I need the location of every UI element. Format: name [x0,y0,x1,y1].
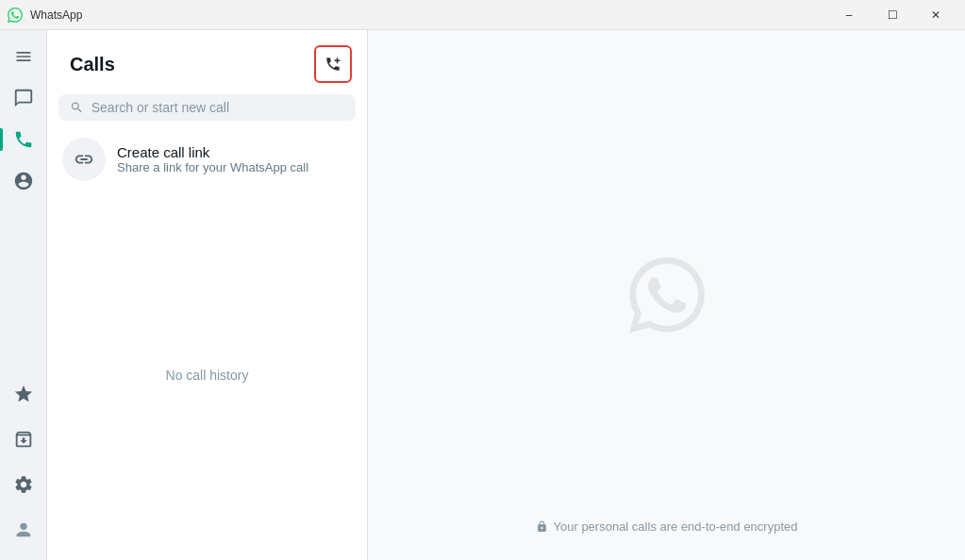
search-input[interactable] [92,100,344,115]
search-bar[interactable] [58,94,356,121]
encrypted-text: Your personal calls are end-to-end encry… [554,519,798,534]
sidebar-nav-bottom [5,375,42,560]
sidebar-item-settings[interactable] [5,466,42,503]
app-body: Calls Create call link [0,30,965,560]
sidebar-item-chat[interactable] [5,79,42,117]
menu-icon [14,47,33,66]
whatsapp-watermark [629,257,705,333]
phone-plus-icon [324,56,341,73]
encrypted-notice: Your personal calls are end-to-end encry… [536,519,798,534]
sidebar-item-profile[interactable] [5,511,42,549]
no-call-history: No call history [47,190,367,560]
call-link-info: Create call link Share a link for your W… [117,144,308,174]
title-bar-left: WhatsApp [8,8,82,23]
svg-point-0 [20,523,26,530]
link-icon [74,149,94,170]
close-button[interactable]: ✕ [914,0,957,30]
create-call-link-item[interactable]: Create call link Share a link for your W… [47,128,367,190]
window-controls: – ☐ ✕ [827,0,957,30]
status-icon [13,171,34,191]
sidebar-item-starred[interactable] [5,375,42,413]
page-title: Calls [70,54,115,75]
call-link-title: Create call link [117,144,308,160]
whatsapp-logo-icon [8,8,23,23]
search-icon [70,100,84,115]
calls-icon [13,129,34,150]
sidebar-item-menu[interactable] [5,38,42,75]
profile-icon [13,519,34,540]
call-link-icon [62,138,106,181]
new-call-button[interactable] [314,45,352,83]
maximize-button[interactable]: ☐ [871,0,914,30]
left-panel-header: Calls [47,30,367,91]
sidebar-item-status[interactable] [5,162,42,200]
app-title: WhatsApp [30,8,82,22]
sidebar-item-archived[interactable] [5,420,42,458]
archive-icon [13,429,34,450]
settings-icon [13,474,34,495]
sidebar-item-calls[interactable] [5,121,42,158]
minimize-button[interactable]: – [827,0,871,30]
lock-icon [536,520,548,533]
title-bar: WhatsApp – ☐ ✕ [0,0,965,30]
left-panel: Calls Create call link [47,30,368,560]
star-icon [13,384,34,404]
chat-icon [13,88,34,108]
sidebar-nav [0,30,47,560]
call-link-subtitle: Share a link for your WhatsApp call [117,160,308,174]
right-panel: Your personal calls are end-to-end encry… [368,30,965,560]
